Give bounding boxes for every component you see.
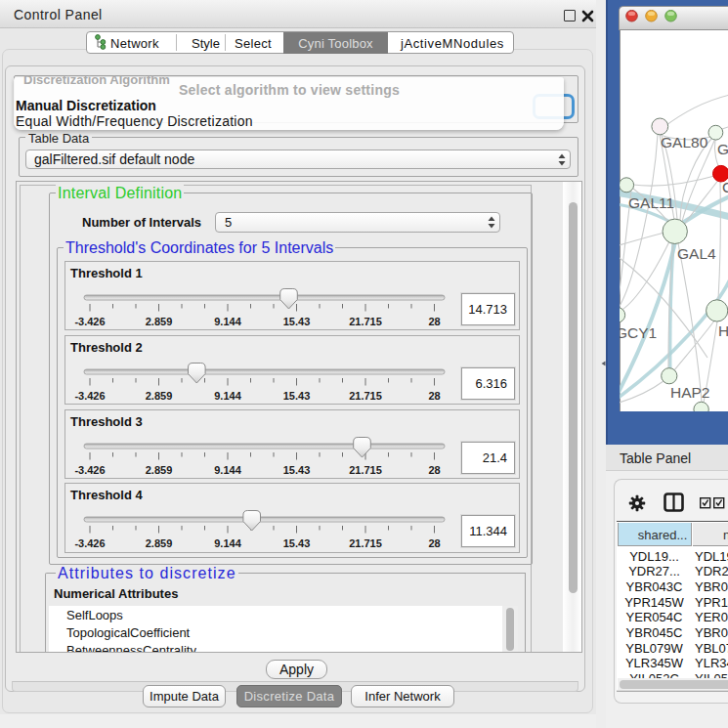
svg-text:GAL4: GAL4 bbox=[677, 245, 716, 262]
svg-text:15.43: 15.43 bbox=[283, 390, 311, 402]
svg-text:28: 28 bbox=[428, 464, 440, 476]
svg-text:9.144: 9.144 bbox=[214, 390, 241, 402]
svg-text:21.715: 21.715 bbox=[349, 537, 382, 549]
svg-text:9.144: 9.144 bbox=[214, 537, 241, 549]
svg-text:9.144: 9.144 bbox=[214, 464, 241, 476]
svg-text:-3.426: -3.426 bbox=[74, 464, 105, 476]
svg-text:2.859: 2.859 bbox=[146, 537, 173, 549]
svg-text:GCY1: GCY1 bbox=[620, 324, 657, 341]
svg-text:15.43: 15.43 bbox=[283, 464, 311, 476]
svg-text:2.859: 2.859 bbox=[146, 464, 173, 476]
svg-text:2.859: 2.859 bbox=[146, 390, 173, 402]
svg-text:-3.426: -3.426 bbox=[74, 316, 105, 327]
svg-text:-3.426: -3.426 bbox=[74, 537, 105, 549]
svg-text:H: H bbox=[718, 322, 728, 339]
svg-text:GAL80: GAL80 bbox=[661, 134, 708, 150]
svg-text:28: 28 bbox=[428, 390, 440, 402]
svg-text:21.715: 21.715 bbox=[349, 390, 382, 402]
svg-text:GAL11: GAL11 bbox=[628, 194, 674, 211]
svg-text:15.43: 15.43 bbox=[283, 316, 311, 327]
svg-text:G.: G. bbox=[717, 141, 728, 157]
svg-text:15.43: 15.43 bbox=[283, 537, 311, 549]
svg-text:21.715: 21.715 bbox=[349, 316, 382, 327]
svg-text:21.715: 21.715 bbox=[349, 464, 382, 476]
svg-text:9.144: 9.144 bbox=[214, 316, 241, 327]
svg-text:28: 28 bbox=[428, 537, 440, 549]
svg-text:2.859: 2.859 bbox=[146, 316, 173, 327]
svg-text:-3.426: -3.426 bbox=[74, 390, 105, 402]
svg-text:28: 28 bbox=[428, 316, 440, 327]
svg-text:C: C bbox=[722, 179, 728, 195]
svg-text:HAP2: HAP2 bbox=[670, 384, 710, 401]
